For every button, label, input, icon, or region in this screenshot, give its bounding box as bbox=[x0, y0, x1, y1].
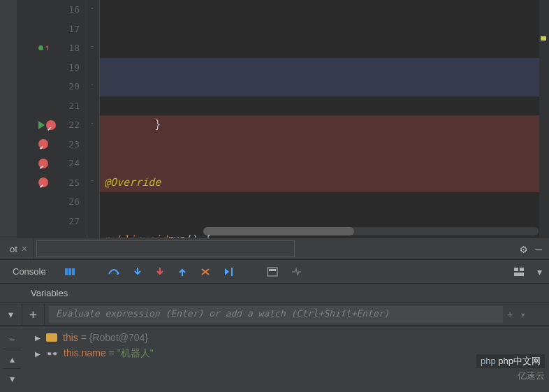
line-number: 19 bbox=[68, 58, 80, 78]
modified-icon bbox=[38, 45, 43, 50]
threads-icon[interactable] bbox=[64, 267, 75, 277]
fold-column[interactable]: - - - - - bbox=[87, 0, 100, 238]
glasses-icon: 👓 bbox=[46, 348, 58, 359]
line-number: 25 bbox=[68, 173, 80, 193]
drop-frame-icon[interactable] bbox=[200, 267, 211, 277]
line-number: 16 bbox=[68, 0, 80, 20]
code-editor[interactable]: 16 17 ↑ 18 19 20 21 22 23 24 bbox=[0, 0, 549, 238]
watch-dropdown-button[interactable]: ▾ bbox=[0, 303, 22, 325]
code-text: } bbox=[104, 115, 161, 135]
var-value: "机器人" bbox=[117, 347, 154, 358]
variable-row[interactable]: ▶ this = {Robot@704} bbox=[35, 330, 542, 345]
execution-arrow-icon: ↑ bbox=[45, 38, 50, 58]
tab-label: ot bbox=[10, 244, 17, 254]
fold-handle-icon[interactable]: - bbox=[90, 176, 94, 184]
svg-rect-4 bbox=[268, 268, 277, 276]
close-icon[interactable]: × bbox=[22, 243, 27, 254]
move-down-button[interactable]: ▾ bbox=[3, 369, 21, 389]
line-number: 17 bbox=[68, 20, 80, 39]
svg-rect-0 bbox=[65, 268, 68, 275]
line-number: 24 bbox=[68, 154, 80, 173]
var-name: this.name bbox=[64, 347, 106, 358]
breakpoint-icon[interactable] bbox=[46, 120, 56, 130]
svg-rect-3 bbox=[231, 268, 233, 276]
tool-window-strip bbox=[0, 0, 17, 238]
svg-rect-8 bbox=[514, 273, 524, 276]
fold-handle-icon[interactable]: - bbox=[90, 42, 94, 50]
breakpoint-icon[interactable] bbox=[38, 159, 48, 168]
line-number: 27 bbox=[68, 212, 80, 231]
minimize-icon[interactable]: — bbox=[535, 242, 542, 256]
breakpoint-icon[interactable] bbox=[38, 177, 48, 187]
fold-handle-icon[interactable]: - bbox=[90, 80, 94, 88]
placeholder-text: Evaluate expression (Enter) or add a wat… bbox=[56, 308, 389, 319]
var-name: this bbox=[63, 332, 78, 343]
layout-icon[interactable] bbox=[513, 267, 525, 277]
breakpoint-icon[interactable] bbox=[38, 139, 48, 149]
keyword: public bbox=[104, 231, 142, 238]
object-icon bbox=[46, 333, 57, 342]
step-out-icon[interactable] bbox=[177, 267, 187, 277]
debug-tab[interactable]: ot × bbox=[0, 238, 34, 259]
svg-rect-2 bbox=[72, 268, 75, 275]
force-step-into-icon[interactable] bbox=[155, 267, 165, 277]
method-name: run bbox=[167, 231, 186, 238]
chevron-down-icon: ▾ bbox=[7, 307, 15, 321]
run-to-cursor-icon[interactable] bbox=[224, 267, 235, 277]
tab-label: Variables bbox=[31, 288, 68, 298]
debug-tabbar: ot × ⚙ — bbox=[0, 238, 549, 260]
line-number: 20 bbox=[68, 77, 80, 96]
line-number: 21 bbox=[68, 96, 80, 116]
equals: = bbox=[78, 332, 89, 343]
code-text: () { bbox=[186, 231, 211, 238]
fold-handle-icon[interactable]: - bbox=[90, 119, 94, 126]
plus-icon: + bbox=[29, 307, 37, 321]
evaluate-input[interactable]: Evaluate expression (Enter) or add a wat… bbox=[49, 306, 503, 323]
empty-tab-area bbox=[36, 240, 295, 257]
marker[interactable] bbox=[541, 36, 546, 41]
expand-icon[interactable]: ▶ bbox=[35, 350, 41, 358]
svg-rect-6 bbox=[514, 268, 518, 271]
variable-row[interactable]: ▶ 👓 this.name = "机器人" bbox=[35, 345, 542, 362]
add-icon[interactable]: + bbox=[507, 309, 513, 320]
svg-rect-5 bbox=[269, 269, 276, 271]
gear-icon[interactable]: ⚙ bbox=[520, 242, 527, 256]
step-over-icon[interactable] bbox=[108, 267, 120, 277]
editor-gutter[interactable]: 16 17 ↑ 18 19 20 21 22 23 24 bbox=[17, 0, 87, 238]
fold-handle-icon[interactable]: - bbox=[90, 4, 94, 12]
trace-icon[interactable] bbox=[291, 267, 302, 277]
line-number: 26 bbox=[68, 192, 80, 212]
var-value: {Robot@704} bbox=[89, 332, 148, 343]
move-up-button[interactable]: ▴ bbox=[3, 349, 21, 369]
code-area[interactable]: } @Override public void run() { System.o… bbox=[100, 0, 549, 238]
variables-panel[interactable]: − ▴ ▾ ▶ this = {Robot@704} ▶ 👓 this.name… bbox=[0, 326, 549, 392]
run-gutter-icon[interactable] bbox=[38, 121, 45, 129]
line-number: 18 bbox=[68, 38, 80, 58]
expand-icon[interactable]: ▶ bbox=[35, 334, 41, 342]
console-tab[interactable]: Console bbox=[7, 263, 52, 280]
svg-rect-1 bbox=[68, 268, 71, 275]
svg-rect-7 bbox=[520, 268, 524, 271]
line-number: 23 bbox=[68, 135, 80, 154]
watch-row: ▾ + Evaluate expression (Enter) or add a… bbox=[0, 303, 549, 326]
new-watch-button[interactable]: + bbox=[22, 303, 45, 325]
step-into-icon[interactable] bbox=[133, 267, 142, 277]
line-number: 22 bbox=[68, 115, 80, 135]
chevron-down-icon[interactable]: ▾ bbox=[520, 309, 525, 320]
debug-toolbar: Console ▾ bbox=[0, 260, 549, 284]
chevron-down-icon[interactable]: ▾ bbox=[537, 266, 542, 277]
evaluate-icon[interactable] bbox=[267, 267, 278, 277]
equals: = bbox=[106, 347, 117, 358]
variables-tab[interactable]: Variables bbox=[0, 284, 549, 303]
annotation: @Override bbox=[104, 173, 161, 193]
remove-watch-button[interactable]: − bbox=[3, 330, 21, 349]
keyword: void bbox=[142, 231, 167, 238]
